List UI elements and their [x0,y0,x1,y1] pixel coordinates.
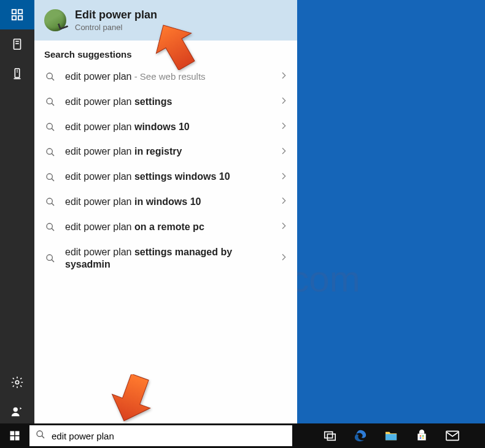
suggestion-item[interactable]: edit power plan settings managed by sysa… [34,240,297,278]
chevron-right-icon [279,121,289,133]
search-icon [44,122,56,132]
search-icon [44,147,56,157]
svg-rect-4 [14,39,21,50]
sidebar-home-icon[interactable] [0,0,34,29]
sidebar-tower-icon[interactable] [0,59,34,88]
svg-point-23 [47,198,52,204]
suggestion-text: edit power plan - See web results [65,71,270,83]
suggestion-item[interactable]: edit power plan windows 10 [34,115,297,140]
suggestion-text: edit power plan settings [65,96,270,109]
svg-rect-35 [325,432,333,438]
best-match-item[interactable]: Edit power plan Control panel [34,0,297,41]
search-icon [44,253,56,263]
suggestion-text: edit power plan in windows 10 [65,196,270,209]
svg-rect-40 [422,438,424,439]
svg-rect-29 [10,431,15,436]
svg-line-22 [52,179,54,181]
svg-line-28 [52,260,54,262]
suggestion-item[interactable]: edit power plan in windows 10 [34,190,297,215]
suggestion-item[interactable]: edit power plan settings [34,90,297,115]
chevron-right-icon [279,196,289,208]
suggestion-item[interactable]: edit power plan settings windows 10 [34,164,297,190]
suggestion-text: edit power plan settings windows 10 [65,171,270,183]
suggestion-text: edit power plan in registry [65,145,270,158]
chevron-right-icon [279,146,289,158]
svg-line-14 [52,78,54,80]
sidebar-feedback-icon[interactable] [0,397,34,427]
chevron-right-icon [279,171,289,183]
suggestion-item[interactable]: edit power plan on a remote pc [34,215,297,240]
svg-point-13 [47,73,52,79]
svg-point-21 [47,174,52,179]
svg-point-33 [37,431,42,436]
task-view-icon[interactable] [314,423,345,448]
file-explorer-icon[interactable] [376,423,406,448]
svg-rect-2 [12,16,16,20]
mail-icon[interactable] [437,423,468,448]
svg-line-24 [52,203,54,206]
search-icon [36,430,45,442]
svg-line-26 [52,228,54,231]
chevron-right-icon [279,71,289,83]
suggestions-header: Search suggestions [34,41,297,64]
svg-point-19 [47,149,52,154]
svg-rect-36 [327,434,335,440]
search-icon [44,197,56,207]
svg-line-16 [52,103,54,106]
svg-line-20 [52,153,54,156]
power-plan-icon [44,9,66,31]
svg-rect-0 [12,10,16,14]
svg-point-17 [47,123,52,129]
suggestions-list: edit power plan - See web resultsedit po… [34,64,297,277]
search-results-panel: Edit power plan Control panel Search sug… [34,0,297,423]
suggestion-text: edit power plan on a remote pc [65,221,270,234]
best-match-subtitle: Control panel [75,23,157,32]
svg-point-15 [47,98,52,104]
suggestion-text: edit power plan settings managed by sysa… [65,246,270,272]
svg-rect-39 [420,438,422,439]
chevron-right-icon [279,252,289,265]
edge-icon[interactable] [345,423,376,448]
store-icon[interactable] [406,423,437,448]
sidebar-documents-icon[interactable] [0,29,34,59]
sidebar-settings-icon[interactable] [0,368,34,397]
svg-rect-3 [18,16,22,20]
suggestion-text: edit power plan windows 10 [65,121,270,134]
svg-rect-38 [422,435,424,437]
svg-point-12 [14,407,18,412]
search-icon [44,222,56,232]
svg-line-18 [52,128,54,131]
svg-rect-1 [18,10,22,14]
suggestion-item[interactable]: edit power plan - See web results [34,64,297,90]
svg-rect-32 [15,436,20,441]
taskbar-search[interactable] [29,425,292,446]
best-match-title: Edit power plan [75,9,157,21]
svg-rect-30 [15,431,20,436]
search-icon [44,97,56,107]
svg-point-25 [47,223,52,229]
search-input[interactable] [52,431,286,441]
svg-rect-37 [420,435,422,437]
svg-point-27 [47,255,52,260]
suggestion-item[interactable]: edit power plan in registry [34,139,297,164]
svg-line-34 [42,436,44,438]
taskbar [0,423,485,448]
svg-rect-31 [10,436,15,441]
start-button[interactable] [0,423,29,448]
search-icon [44,172,56,182]
svg-point-11 [15,380,19,384]
search-icon [44,72,56,82]
cortana-sidebar [0,0,34,427]
chevron-right-icon [279,96,289,108]
chevron-right-icon [279,221,289,233]
